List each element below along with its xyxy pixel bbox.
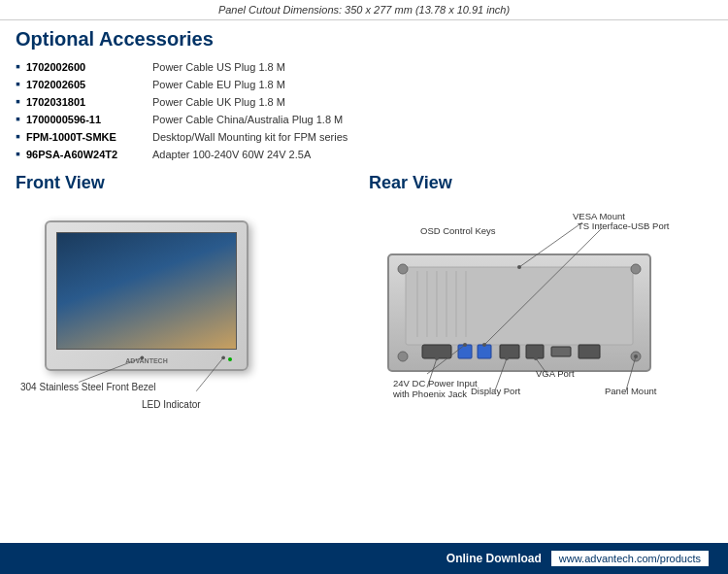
- front-label-bezel: 304 Stainless Steel Front Bezel: [20, 382, 156, 392]
- monitor-logo: ADVANTECH: [125, 357, 167, 364]
- dimensions-text: Panel Cutout Dimensions: 350 x 277 mm (1…: [218, 4, 510, 16]
- svg-point-28: [482, 343, 486, 347]
- list-bullet: ▪: [16, 146, 20, 161]
- svg-point-34: [505, 356, 509, 360]
- svg-point-30: [435, 356, 439, 360]
- part-desc: Power Cable EU Plug 1.8 M: [152, 79, 285, 90]
- rear-view-diagram: VESA Mount OSD Control Keys TS Interface…: [369, 201, 670, 410]
- svg-rect-18: [579, 345, 600, 358]
- accessories-list-item: ▪ 1702031801 Power Cable UK Plug 1.8 M: [16, 93, 712, 109]
- views-container: Front View ADVANTECH: [16, 173, 712, 410]
- online-download-label: Online Download: [447, 552, 542, 565]
- list-bullet: ▪: [16, 58, 20, 74]
- part-number: FPM-1000T-SMKE: [26, 131, 152, 143]
- svg-point-26: [463, 343, 467, 347]
- svg-point-19: [398, 264, 408, 274]
- accessories-list-item: ▪ FPM-1000T-SMKE Desktop/Wall Mounting k…: [16, 128, 712, 144]
- svg-point-24: [517, 265, 521, 269]
- svg-rect-16: [526, 345, 544, 358]
- main-content: Optional Accessories ▪ 1702002600 Power …: [0, 20, 728, 410]
- accessories-list-item: ▪ 96PSA-A60W24T2 Adapter 100-240V 60W 24…: [16, 146, 712, 161]
- monitor-screen: [56, 232, 237, 350]
- list-bullet: ▪: [16, 128, 20, 144]
- top-bar: Panel Cutout Dimensions: 350 x 277 mm (1…: [0, 0, 728, 20]
- list-bullet: ▪: [16, 76, 20, 91]
- svg-point-32: [534, 356, 538, 360]
- svg-rect-15: [500, 345, 519, 358]
- rear-label-osd: OSD Control Keys: [420, 225, 496, 236]
- list-bullet: ▪: [16, 111, 20, 126]
- svg-point-20: [631, 264, 641, 274]
- part-desc: Desktop/Wall Mounting kit for FPM series: [152, 131, 347, 143]
- monitor-led: [228, 357, 232, 361]
- accessories-list-item: ▪ 1702002600 Power Cable US Plug 1.8 M: [16, 58, 712, 74]
- part-number: 1700000596-11: [26, 114, 152, 125]
- optional-accessories-heading: Optional Accessories: [16, 28, 712, 51]
- svg-rect-13: [458, 345, 472, 358]
- front-view-heading: Front View: [16, 173, 359, 193]
- svg-rect-12: [422, 345, 451, 358]
- part-number: 1702002605: [26, 79, 152, 90]
- rear-label-vga: VGA Port: [536, 368, 575, 379]
- part-number: 1702031801: [26, 96, 152, 108]
- front-view-section: Front View ADVANTECH: [16, 173, 369, 410]
- rear-label-ts: TS Interface-USB Port: [578, 220, 670, 231]
- monitor-body: ADVANTECH: [45, 220, 248, 371]
- part-desc: Power Cable US Plug 1.8 M: [152, 61, 285, 73]
- svg-point-21: [398, 352, 408, 361]
- svg-point-36: [634, 355, 638, 358]
- part-number: 1702002600: [26, 61, 152, 73]
- front-view-diagram: ADVANTECH 304 Stainless Steel Front Beze…: [16, 201, 297, 410]
- rear-view-heading: Rear View: [369, 173, 712, 193]
- svg-rect-17: [551, 347, 571, 356]
- accessories-list-item: ▪ 1702002605 Power Cable EU Plug 1.8 M: [16, 76, 712, 91]
- rear-label-panel-mount: Panel Mount: [605, 386, 656, 396]
- part-desc: Power Cable UK Plug 1.8 M: [152, 96, 285, 108]
- list-bullet: ▪: [16, 93, 20, 109]
- svg-rect-14: [478, 345, 491, 358]
- part-desc: Adapter 100-240V 60W 24V 2.5A: [152, 149, 311, 160]
- accessories-list: ▪ 1702002600 Power Cable US Plug 1.8 M ▪…: [16, 58, 712, 161]
- online-download-url: www.advantech.com/products: [551, 551, 709, 566]
- accessories-list-item: ▪ 1700000596-11 Power Cable China/Austra…: [16, 111, 712, 126]
- part-desc: Power Cable China/Australia Plug 1.8 M: [152, 114, 343, 125]
- part-number: 96PSA-A60W24T2: [26, 149, 152, 160]
- rear-view-section: Rear View: [369, 173, 712, 410]
- front-label-led: LED Indicator: [142, 399, 201, 410]
- svg-rect-5: [406, 267, 633, 345]
- rear-label-dp: Display Port: [471, 386, 520, 396]
- bottom-bar: Online Download www.advantech.com/produc…: [0, 543, 728, 574]
- optional-accessories-section: Optional Accessories ▪ 1702002600 Power …: [16, 28, 712, 161]
- rear-label-24v: 24V DC Power Inputwith Phoenix Jack: [393, 378, 478, 400]
